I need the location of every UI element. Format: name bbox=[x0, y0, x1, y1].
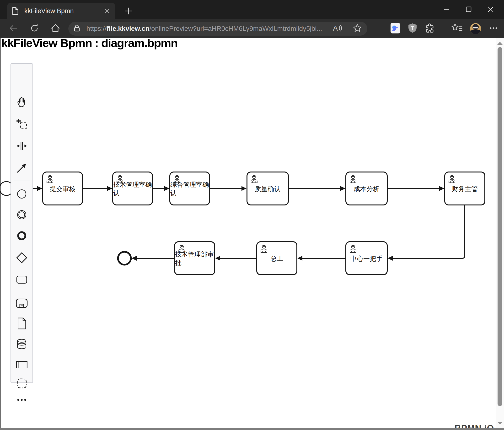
task-zonghe-guanlishi-queren[interactable]: 综合管理室确认 bbox=[169, 171, 210, 206]
favorites-list-icon[interactable] bbox=[451, 23, 462, 34]
url-scheme: https:// bbox=[86, 25, 107, 32]
browser-toolbar: https://file.kkview.cn/onlinePreview?url… bbox=[0, 19, 504, 38]
tab-title: kkFileView Bpmn bbox=[24, 7, 102, 15]
favorite-star-icon[interactable] bbox=[352, 23, 362, 34]
scroll-up-icon[interactable] bbox=[496, 40, 504, 46]
user-task-icon bbox=[348, 174, 358, 183]
global-connect-tool-icon[interactable] bbox=[16, 162, 28, 174]
task-label: 总工 bbox=[270, 253, 283, 263]
create-participant-icon[interactable] bbox=[16, 359, 28, 371]
user-task-icon bbox=[348, 244, 358, 253]
page-content: kkFileView Bpmn : diagram.bpmn bbox=[0, 38, 504, 430]
user-task-icon bbox=[259, 244, 269, 253]
create-start-event-icon[interactable] bbox=[16, 188, 28, 200]
scroll-down-icon[interactable] bbox=[496, 420, 504, 426]
create-gateway-icon[interactable] bbox=[16, 251, 28, 264]
minimize-button[interactable] bbox=[436, 0, 458, 19]
maximize-button[interactable] bbox=[458, 0, 480, 19]
address-bar-actions: A bbox=[333, 23, 362, 34]
scrollbar-thumb[interactable] bbox=[497, 47, 502, 406]
palette-separator bbox=[14, 181, 30, 181]
browser-window: kkFileView Bpmn bbox=[0, 0, 504, 430]
back-icon[interactable] bbox=[8, 23, 19, 34]
task-chengben-fenxi[interactable]: 成本分析 bbox=[345, 171, 388, 206]
horizontal-scrollbar[interactable] bbox=[0, 428, 504, 430]
flow-t6-t7 bbox=[392, 206, 465, 258]
task-label: 中心一把手 bbox=[351, 253, 383, 263]
url-host: file.kkview.cn bbox=[107, 25, 150, 32]
svg-text:A: A bbox=[333, 24, 338, 32]
user-task-icon bbox=[249, 174, 259, 183]
create-subprocess-icon[interactable] bbox=[16, 297, 28, 310]
document-favicon-icon bbox=[12, 7, 19, 15]
more-options-icon[interactable] bbox=[16, 397, 28, 402]
window-controls bbox=[436, 0, 502, 19]
tampermonkey-letter: T bbox=[411, 25, 414, 31]
toolbar-divider bbox=[443, 23, 443, 34]
home-icon[interactable] bbox=[50, 23, 61, 34]
task-zhiliang-queren[interactable]: 质量确认 bbox=[246, 171, 289, 206]
new-tab-button[interactable] bbox=[122, 5, 135, 17]
url-path: /onlinePreview?url=aHR0cHM6Ly9maWxlLmtrd… bbox=[150, 25, 322, 32]
diagram-canvas[interactable] bbox=[0, 38, 504, 430]
user-task-icon bbox=[45, 174, 55, 183]
task-zhongxin-yibashou[interactable]: 中心一把手 bbox=[345, 241, 388, 275]
refresh-icon[interactable] bbox=[29, 23, 40, 34]
task-label: 成本分析 bbox=[354, 184, 379, 193]
avatar-cap-brim bbox=[473, 27, 478, 28]
url-text[interactable]: https://file.kkview.cn/onlinePreview?url… bbox=[86, 25, 329, 33]
task-zonggong[interactable]: 总工 bbox=[256, 241, 297, 275]
vertical-scrollbar[interactable] bbox=[496, 38, 504, 430]
user-task-icon bbox=[177, 244, 187, 253]
extensions-puzzle-icon[interactable] bbox=[425, 23, 435, 34]
user-task-icon bbox=[447, 174, 457, 183]
address-bar[interactable]: https://file.kkview.cn/onlinePreview?url… bbox=[68, 22, 367, 36]
profile-avatar[interactable] bbox=[470, 23, 481, 34]
nav-buttons bbox=[8, 19, 61, 38]
tab-bar: kkFileView Bpmn bbox=[0, 0, 504, 19]
bpmn-palette bbox=[10, 63, 33, 383]
task-jishu-guanlibu-shenpi[interactable]: 技术管理部审批 bbox=[174, 241, 215, 275]
toolbar-right: T bbox=[390, 19, 498, 38]
avatar-shoulders bbox=[471, 29, 481, 34]
task-tijiao-shenhe[interactable]: 提交审核 bbox=[42, 171, 83, 206]
avatar-head bbox=[472, 24, 479, 29]
task-label: 质量确认 bbox=[255, 184, 281, 193]
create-group-icon[interactable] bbox=[16, 377, 28, 389]
downloader-bird-icon[interactable] bbox=[390, 22, 400, 35]
task-label: 提交审核 bbox=[50, 184, 75, 193]
close-window-button[interactable] bbox=[480, 0, 502, 19]
space-tool-icon[interactable] bbox=[16, 140, 28, 152]
task-jishu-guanlishi-queren[interactable]: 技术管理室确认 bbox=[112, 171, 153, 206]
end-event[interactable] bbox=[118, 252, 131, 265]
hand-tool-icon[interactable] bbox=[16, 96, 28, 108]
settings-menu-icon[interactable] bbox=[489, 23, 498, 34]
task-label: 财务主管 bbox=[452, 184, 478, 193]
create-task-icon[interactable] bbox=[16, 274, 28, 286]
tab-close-icon[interactable] bbox=[104, 8, 110, 14]
lasso-tool-icon[interactable] bbox=[16, 118, 28, 130]
tab-kkfileview[interactable]: kkFileView Bpmn bbox=[7, 3, 115, 19]
read-aloud-icon[interactable]: A bbox=[333, 23, 343, 34]
create-data-object-icon[interactable] bbox=[16, 317, 27, 330]
create-intermediate-event-icon[interactable] bbox=[16, 209, 28, 221]
tampermonkey-shield-icon[interactable]: T bbox=[408, 23, 417, 34]
create-end-event-icon[interactable] bbox=[16, 230, 28, 242]
task-caiwu-zhuguan[interactable]: 财务主管 bbox=[444, 171, 485, 206]
user-task-icon bbox=[115, 174, 125, 183]
user-task-icon bbox=[172, 174, 182, 183]
lock-icon[interactable] bbox=[73, 24, 80, 33]
create-data-store-icon[interactable] bbox=[16, 338, 28, 350]
